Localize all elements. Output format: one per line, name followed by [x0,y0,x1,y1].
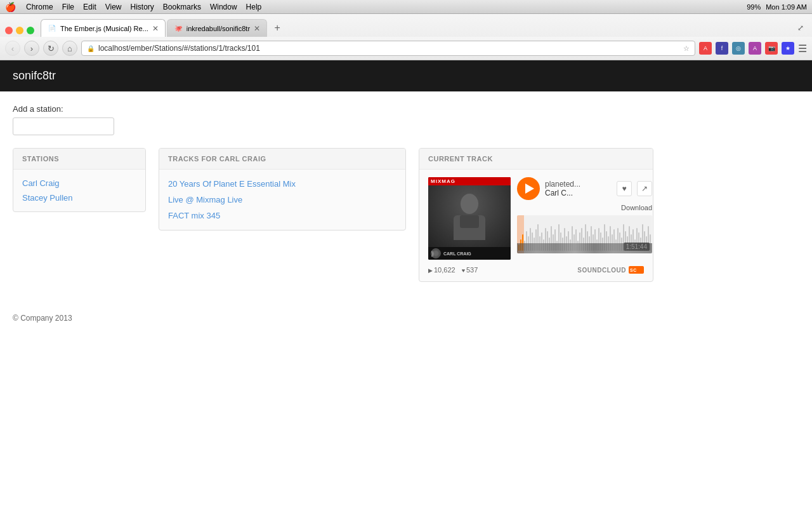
mac-menu-items: Chrome File Edit View History Bookmarks … [26,3,261,11]
svg-rect-2 [460,215,479,228]
tab-bar: 📄 The Ember.js (Musical) Re... ✕ 🐙 inkre… [0,14,812,37]
magazine-bottom: CARL CRAIG [428,247,511,260]
add-station-section: Add a station: [13,104,799,135]
extension-icons: A f ◎ A 📷 ★ ☰ [699,42,807,55]
minimize-window-btn[interactable] [16,27,23,34]
ext-icon-6[interactable]: ★ [782,42,794,55]
url-text: localhost/ember/Stations/#/stations/1/tr… [98,44,679,53]
magazine-top-label: MIXMAG [428,177,511,185]
track-link-3[interactable]: FACT mix 345 [168,208,396,224]
current-track-panel-header: CURRENT TRACK [419,149,653,170]
heart-button[interactable]: ♥ [617,181,632,196]
menu-view[interactable]: View [105,3,122,11]
forward-button[interactable]: › [24,41,39,56]
track-stats: 10,622 537 SOUNDCLOUD SC [428,266,644,274]
tab-github-title: inkredabull/sonific8tr [187,25,250,32]
station-link-stacey-pullen[interactable]: Stacey Pullen [22,190,136,205]
track-link-1[interactable]: 20 Years Of Planet E Essential Mix [168,176,396,192]
waveform-section[interactable]: 1:51:44 [517,215,652,253]
play-count: 10,622 [428,266,455,274]
app-header: sonifc8tr [0,60,812,91]
reload-button[interactable]: ↻ [43,41,58,56]
stations-panel-header: STATIONS [13,149,145,170]
new-tab-button[interactable]: + [268,19,286,37]
play-button[interactable] [517,177,540,200]
track-artist-short: planeted... [545,180,612,189]
back-button[interactable]: ‹ [5,41,20,56]
track-info-section: planeted... Carl C... ♥ ↗ Download [517,177,652,253]
album-forward-btn[interactable]: ⟫ [431,250,435,257]
track-link-2[interactable]: Live @ Mixmag Live [168,192,396,208]
ext-icon-4[interactable]: A [749,42,761,55]
play-icon [525,184,534,194]
track-meta: planeted... Carl C... [545,180,612,197]
menu-file[interactable]: File [62,3,74,11]
ext-icon-5[interactable]: 📷 [765,42,778,55]
soundcloud-icon: SC [629,266,644,274]
album-art: MIXMAG CARL CR [428,177,511,260]
tracks-panel-header: TRACKS FOR CARL CRAIG [159,149,405,170]
ext-icon-3[interactable]: ◎ [732,42,745,55]
mac-os-bar: 🍎 Chrome File Edit View History Bookmark… [0,0,812,14]
svg-point-0 [461,194,478,214]
tab-ember[interactable]: 📄 The Ember.js (Musical) Re... ✕ [41,19,166,37]
add-station-input[interactable] [13,117,114,135]
magazine-cover: MIXMAG CARL CR [428,177,511,260]
like-count: 537 [462,266,478,274]
expand-btn[interactable]: ⤢ [794,22,807,34]
footer: © Company 2013 [0,295,812,342]
tab-github[interactable]: 🐙 inkredabull/sonific8tr ✕ [167,19,267,37]
nav-bar: ‹ › ↻ ⌂ 🔒 localhost/ember/Stations/#/sta… [0,37,812,60]
menu-history[interactable]: History [131,3,154,11]
soundcloud-label: SOUNDCLOUD [577,267,626,274]
current-track-panel: CURRENT TRACK MIXMAG [419,148,653,282]
download-link[interactable]: Download [517,204,652,211]
track-player: MIXMAG CARL CR [428,177,644,260]
ext-icon-1[interactable]: A [699,42,712,55]
close-window-btn[interactable] [5,27,13,34]
main-content: Add a station: STATIONS Carl Craig Stace… [0,91,812,295]
ext-icon-2[interactable]: f [716,42,728,55]
menu-edit[interactable]: Edit [83,3,96,11]
menu-bookmarks[interactable]: Bookmarks [163,3,201,11]
tab-github-close[interactable]: ✕ [254,24,260,33]
url-lock-icon: 🔒 [87,45,95,52]
panels: STATIONS Carl Craig Stacey Pullen TRACKS… [13,148,799,282]
svg-text:SC: SC [630,268,637,272]
track-name-short: Carl C... [545,189,612,197]
footer-text: © Company 2013 [13,314,72,323]
app-title: sonifc8tr [13,69,56,82]
bookmark-star-icon[interactable]: ☆ [683,44,690,53]
menu-icon[interactable]: ☰ [798,43,807,55]
apple-icon[interactable]: 🍎 [5,2,16,12]
url-bar[interactable]: 🔒 localhost/ember/Stations/#/stations/1/… [81,41,695,56]
tab-ember-close[interactable]: ✕ [152,24,159,33]
tracks-panel: TRACKS FOR CARL CRAIG 20 Years Of Planet… [159,148,406,231]
current-track-body: MIXMAG CARL CR [419,170,653,281]
track-actions: ♥ ↗ [617,181,652,196]
maximize-window-btn[interactable] [27,27,34,34]
mac-bar-left: 🍎 Chrome File Edit View History Bookmark… [5,2,747,12]
tab-ember-title: The Ember.js (Musical) Re... [60,25,148,32]
waveform-thumbnail-strip [517,243,652,253]
stations-panel-body: Carl Craig Stacey Pullen [13,170,145,211]
clock: Mon 1:09 AM [766,3,807,11]
add-station-label: Add a station: [13,104,799,114]
mac-bar-right: 99% Mon 1:09 AM [747,3,807,11]
home-button[interactable]: ⌂ [62,41,77,56]
soundcloud-badge[interactable]: SOUNDCLOUD SC [577,266,644,274]
stations-panel: STATIONS Carl Craig Stacey Pullen [13,148,146,212]
tracks-panel-body: 20 Years Of Planet E Essential Mix Live … [159,170,405,230]
tab-github-icon: 🐙 [174,24,183,33]
magazine-person [428,185,511,247]
track-controls-row: planeted... Carl C... ♥ ↗ [517,177,652,200]
tab-ember-icon: 📄 [48,24,56,33]
menu-chrome[interactable]: Chrome [26,3,53,11]
menu-help[interactable]: Help [246,3,262,11]
share-button[interactable]: ↗ [637,181,652,196]
menu-window[interactable]: Window [210,3,237,11]
station-link-carl-craig[interactable]: Carl Craig [22,176,136,190]
browser-chrome: 📄 The Ember.js (Musical) Re... ✕ 🐙 inkre… [0,14,812,60]
battery-level: 99% [747,3,761,11]
